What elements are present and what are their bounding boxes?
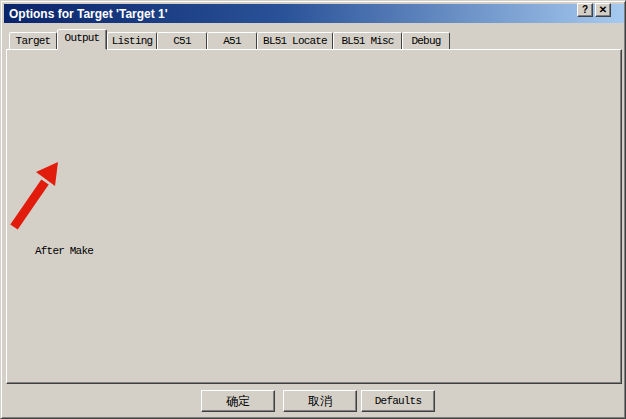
help-button[interactable]: ?: [577, 3, 593, 17]
help-icon: ?: [582, 4, 588, 15]
ok-button[interactable]: 确定: [201, 390, 275, 412]
tab-page-output: [6, 49, 622, 384]
cancel-button[interactable]: 取消: [283, 390, 357, 412]
options-dialog: Options for Target 'Target 1' ? ✕ Target…: [0, 0, 626, 419]
tab-c51[interactable]: C51: [157, 32, 207, 50]
tab-bl51-locate[interactable]: BL51 Locate: [257, 32, 333, 50]
close-button[interactable]: ✕: [595, 3, 611, 17]
defaults-button[interactable]: Defaults: [361, 390, 435, 412]
after-make-group-title: After Make: [32, 245, 96, 257]
tab-output[interactable]: Output: [57, 29, 107, 50]
tab-bl51-misc[interactable]: BL51 Misc: [333, 32, 402, 50]
tab-debug[interactable]: Debug: [402, 32, 450, 50]
tab-listing[interactable]: Listing: [107, 32, 157, 50]
close-icon: ✕: [599, 4, 607, 15]
tab-target[interactable]: Target: [9, 32, 57, 50]
title-bar[interactable]: Options for Target 'Target 1': [4, 4, 624, 23]
tab-a51[interactable]: A51: [207, 32, 257, 50]
window-title: Options for Target 'Target 1': [4, 7, 168, 21]
